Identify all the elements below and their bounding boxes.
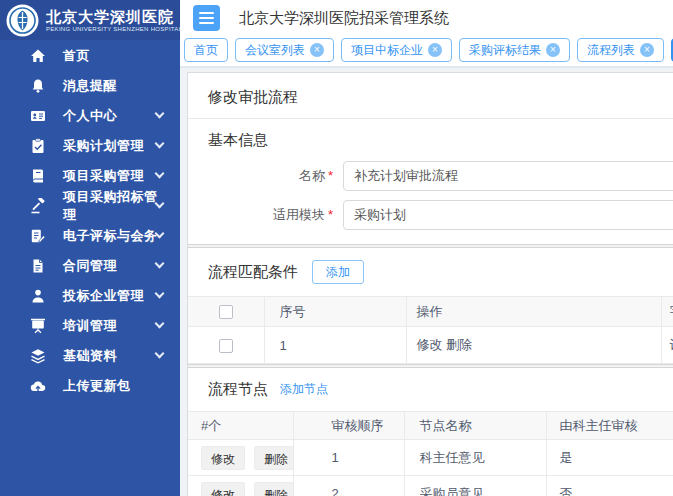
basic-info-heading: 基本信息 <box>208 131 268 150</box>
row-checkbox[interactable] <box>219 339 233 353</box>
sidebar-item-profile[interactable]: 个人中心 <box>0 101 180 131</box>
page-title: 修改审批流程 <box>188 73 673 119</box>
tab-bar: 首页 会议室列表 × 项目中标企业 × 采购评标结果 × 流程列表 × 流程 × <box>180 36 673 68</box>
tab-process-list[interactable]: 流程列表 × <box>577 38 664 62</box>
chevron-down-icon <box>155 349 165 359</box>
module-input[interactable] <box>343 200 673 230</box>
col-dept-review: 由科主任审核 <box>546 412 673 440</box>
topbar: 北京大学深圳医院招采管理系统 <box>180 0 673 36</box>
col-order: 审核顺序 <box>293 412 404 440</box>
col-node-name: 节点名称 <box>404 412 546 440</box>
name-field-label: 名称* <box>188 167 333 185</box>
delete-button[interactable]: 删除 <box>254 482 293 496</box>
order-cell: 1 <box>293 440 404 476</box>
content-area: 修改审批流程 基本信息 名称* 适用模块* 流程匹配条件 添加 <box>180 68 673 496</box>
close-icon[interactable]: × <box>428 43 442 57</box>
tab-home[interactable]: 首页 <box>184 38 228 62</box>
sidebar-item-project-purchase[interactable]: 项目采购管理 <box>0 161 180 191</box>
clipboard-check-icon <box>30 138 46 154</box>
sidebar-item-home[interactable]: 首页 <box>0 41 180 71</box>
sidebar-item-base-data[interactable]: 基础资料 <box>0 341 180 371</box>
sidebar-menu: 首页 消息提醒 个人中心 采购计划管理 项目采购管理 <box>0 40 180 401</box>
table-row: 修改删除 2 采购员意见 否 <box>188 476 673 496</box>
document-edit-icon <box>30 228 46 244</box>
add-condition-button[interactable]: 添加 <box>312 260 364 284</box>
chevron-down-icon <box>155 289 165 299</box>
sidebar-item-bidder-companies[interactable]: 投标企业管理 <box>0 281 180 311</box>
module-field-label: 适用模块* <box>188 206 333 224</box>
app-title: 北京大学深圳医院招采管理系统 <box>239 9 449 28</box>
close-icon[interactable]: × <box>310 43 324 57</box>
chevron-down-icon <box>155 259 165 269</box>
home-icon <box>30 48 46 64</box>
partial-cell: 计 <box>661 327 673 364</box>
add-node-link[interactable]: 添加节点 <box>280 381 328 398</box>
chevron-down-icon <box>155 109 165 119</box>
flow-nodes-table: #个 审核顺序 节点名称 由科主任审核 修改删除 1 科主任意见 是 <box>188 411 673 496</box>
edit-button[interactable]: 修改 <box>201 482 245 496</box>
chevron-down-icon <box>155 319 165 329</box>
close-icon[interactable]: × <box>640 43 654 57</box>
chevron-down-icon <box>155 169 165 179</box>
required-asterisk: * <box>328 207 333 222</box>
select-all-checkbox[interactable] <box>219 305 233 319</box>
main-area: 北京大学深圳医院招采管理系统 首页 会议室列表 × 项目中标企业 × 采购评标结… <box>180 0 673 496</box>
content-card: 修改审批流程 基本信息 名称* 适用模块* 流程匹配条件 添加 <box>187 72 673 496</box>
flow-nodes-heading: 流程节点 <box>208 380 268 399</box>
actions-cell[interactable]: 修改 删除 <box>406 327 661 364</box>
sidebar-item-training[interactable]: 培训管理 <box>0 311 180 341</box>
node-name-cell: 科主任意见 <box>404 440 546 476</box>
col-partial: 字 <box>661 297 673 327</box>
basic-info-form: 名称* 适用模块* <box>188 150 673 230</box>
layers-icon <box>30 348 46 364</box>
book-icon <box>30 168 46 184</box>
cloud-upload-icon <box>30 378 46 394</box>
table-header-row: 序号 操作 字 <box>188 297 673 327</box>
id-card-icon <box>30 108 46 124</box>
sidebar: 北京大学深圳医院 PEKING UNIVERSITY SHENZHEN HOSP… <box>0 0 180 496</box>
hospital-name-en: PEKING UNIVERSITY SHENZHEN HOSPITAL <box>46 26 182 32</box>
sidebar-item-notifications[interactable]: 消息提醒 <box>0 71 180 101</box>
hospital-logo: 北京大学深圳医院 PEKING UNIVERSITY SHENZHEN HOSP… <box>0 0 180 40</box>
table-row: 1 修改 删除 计 <box>188 327 673 364</box>
sidebar-item-e-evaluation[interactable]: 电子评标与会务 <box>0 221 180 251</box>
dept-review-cell: 是 <box>546 440 673 476</box>
sidebar-item-contracts[interactable]: 合同管理 <box>0 251 180 281</box>
chevron-down-icon <box>155 139 165 149</box>
order-cell: 2 <box>293 476 404 496</box>
person-icon <box>30 288 46 304</box>
table-header-row: #个 审核顺序 节点名称 由科主任审核 <box>188 412 673 440</box>
tab-meeting-room-list[interactable]: 会议室列表 × <box>235 38 334 62</box>
table-row: 修改删除 1 科主任意见 是 <box>188 440 673 476</box>
tab-winning-companies[interactable]: 项目中标企业 × <box>341 38 452 62</box>
col-actions: 操作 <box>406 297 661 327</box>
name-input[interactable] <box>343 161 673 191</box>
contract-icon <box>30 258 46 274</box>
hospital-name-cn: 北京大学深圳医院 <box>46 9 182 26</box>
match-conditions-table: 序号 操作 字 1 修改 删除 计 <box>188 296 673 364</box>
seq-cell: 1 <box>264 327 406 364</box>
sidebar-item-bidding[interactable]: 项目采购招标管理 <box>0 191 180 221</box>
hospital-logo-icon <box>6 4 39 37</box>
node-name-cell: 采购员意见 <box>404 476 546 496</box>
bell-icon <box>30 78 46 94</box>
col-ops: #个 <box>188 412 293 440</box>
match-conditions-heading: 流程匹配条件 <box>208 263 298 282</box>
gavel-icon <box>30 198 46 214</box>
delete-button[interactable]: 删除 <box>254 446 293 470</box>
required-asterisk: * <box>328 168 333 183</box>
menu-toggle-button[interactable] <box>193 5 220 31</box>
col-seq: 序号 <box>264 297 406 327</box>
dept-review-cell: 否 <box>546 476 673 496</box>
tab-evaluation-results[interactable]: 采购评标结果 × <box>459 38 570 62</box>
edit-button[interactable]: 修改 <box>201 446 245 470</box>
close-icon[interactable]: × <box>546 43 560 57</box>
presentation-icon <box>30 318 46 334</box>
sidebar-item-purchase-plan[interactable]: 采购计划管理 <box>0 131 180 161</box>
sidebar-item-upload-update[interactable]: 上传更新包 <box>0 371 180 401</box>
